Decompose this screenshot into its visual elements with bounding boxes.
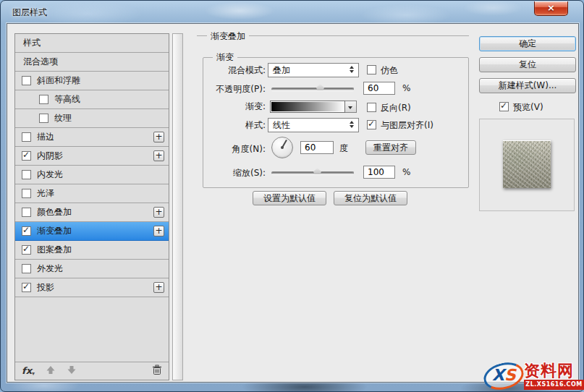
window-frame: 图层样式 × 样式混合选项斜面和浮雕等高线纹理描边+内阴影+内发光光泽颜色叠加+… — [0, 0, 584, 392]
add-effect-instance-button[interactable]: + — [153, 132, 164, 142]
add-effect-instance-button[interactable]: + — [153, 282, 164, 293]
sidebar-item-渐变叠加[interactable]: 渐变叠加+ — [15, 222, 169, 241]
watermark: XS 资料网 ZL.XS1616.COM — [483, 359, 584, 392]
reverse-checkbox[interactable] — [367, 103, 376, 112]
opacity-slider[interactable] — [271, 88, 354, 90]
effect-checkbox[interactable] — [39, 95, 48, 104]
dialog-content: 样式混合选项斜面和浮雕等高线纹理描边+内阴影+内发光光泽颜色叠加+渐变叠加+图案… — [7, 23, 579, 383]
sidebar-item-混合选项[interactable]: 混合选项 — [15, 53, 169, 72]
fx-menu-button[interactable]: fx▾ — [22, 365, 35, 377]
sidebar-item-描边[interactable]: 描边+ — [15, 128, 169, 147]
reset-button[interactable]: 复位 — [479, 57, 576, 72]
sidebar-item-label: 纹理 — [54, 112, 72, 124]
effect-checkbox[interactable] — [22, 170, 31, 179]
gradient-label: 渐变: — [197, 99, 266, 114]
chevron-down-icon: ▾ — [32, 370, 35, 377]
style-select[interactable]: 线性 — [268, 118, 359, 132]
effect-checkbox[interactable] — [22, 245, 31, 255]
preview-label: 预览(V) — [513, 100, 543, 114]
sidebar-item-label: 投影 — [37, 281, 54, 294]
sidebar-item-斜面和浮雕[interactable]: 斜面和浮雕 — [15, 72, 169, 90]
sidebar-item-label: 外发光 — [37, 263, 63, 275]
blend-mode-label: 混合模式: — [197, 63, 266, 77]
sidebar-item-label: 混合选项 — [23, 56, 58, 68]
scale-slider[interactable] — [271, 171, 354, 174]
sidebar-scrollbar[interactable] — [172, 33, 183, 380]
move-effect-down-button[interactable] — [67, 365, 77, 377]
angle-dial[interactable] — [271, 137, 293, 158]
gradient-swatch[interactable] — [270, 101, 345, 113]
sidebar-list: 样式混合选项斜面和浮雕等高线纹理描边+内阴影+内发光光泽颜色叠加+渐变叠加+图案… — [15, 34, 169, 297]
watermark-url: ZL.XS1616.COM — [524, 380, 584, 390]
sidebar-item-label: 内发光 — [37, 169, 63, 181]
style-value: 线性 — [273, 120, 290, 130]
sidebar-item-label: 光泽 — [37, 187, 54, 200]
effect-checkbox[interactable] — [22, 226, 31, 236]
sidebar-item-label: 内阴影 — [37, 150, 63, 162]
section-title: 渐变叠加 — [207, 31, 249, 41]
align-with-layer-checkbox[interactable] — [367, 120, 376, 129]
sidebar-item-label: 描边 — [37, 131, 54, 143]
sidebar-item-内发光[interactable]: 内发光 — [15, 166, 169, 184]
preview-checkbox[interactable] — [499, 102, 509, 111]
sidebar-item-等高线[interactable]: 等高线 — [15, 90, 169, 109]
effect-checkbox[interactable] — [22, 76, 31, 85]
blend-mode-select[interactable]: 叠加 — [268, 63, 359, 77]
close-button[interactable]: × — [534, 1, 568, 16]
add-effect-instance-button[interactable]: + — [153, 207, 164, 218]
reset-default-button[interactable]: 复位为默认值 — [334, 191, 407, 205]
sidebar-footer: fx▾ — [15, 362, 169, 380]
move-effect-up-button[interactable] — [46, 365, 56, 377]
effect-checkbox[interactable] — [22, 264, 31, 273]
spinner-icon — [350, 66, 355, 73]
sidebar-item-内阴影[interactable]: 内阴影+ — [15, 147, 169, 166]
sidebar-item-外发光[interactable]: 外发光 — [15, 260, 169, 278]
set-default-button[interactable]: 设置为默认值 — [253, 191, 326, 205]
watermark-site-name: 资料网 — [524, 360, 574, 382]
effect-checkbox[interactable] — [22, 283, 31, 292]
style-label: 样式: — [197, 118, 266, 132]
new-style-button[interactable]: 新建样式(W)... — [479, 78, 576, 93]
reverse-label: 反向(R) — [381, 101, 411, 115]
close-icon: × — [535, 1, 567, 14]
sidebar-item-图案叠加[interactable]: 图案叠加 — [15, 241, 169, 260]
screenshot-stage: 图层样式 × 样式混合选项斜面和浮雕等高线纹理描边+内阴影+内发光光泽颜色叠加+… — [0, 0, 584, 392]
add-effect-instance-button[interactable]: + — [153, 226, 164, 237]
dither-checkbox[interactable] — [367, 65, 376, 74]
opacity-label: 不透明度(P): — [197, 82, 266, 96]
scale-input[interactable] — [363, 166, 395, 179]
angle-needle — [282, 140, 287, 148]
window-title: 图层样式 — [12, 7, 47, 19]
effect-checkbox[interactable] — [22, 132, 31, 142]
sidebar-item-纹理[interactable]: 纹理 — [15, 109, 169, 128]
angle-input[interactable] — [300, 141, 334, 154]
group-title: 渐变 — [213, 51, 237, 64]
ok-button[interactable]: 确定 — [479, 36, 576, 51]
effect-checkbox[interactable] — [22, 189, 31, 198]
add-effect-instance-button[interactable]: + — [153, 150, 164, 161]
section-header: 渐变叠加 — [197, 30, 469, 41]
preview-panel — [479, 119, 575, 211]
sidebar-item-label: 渐变叠加 — [37, 225, 72, 237]
sidebar-item-光泽[interactable]: 光泽 — [15, 184, 169, 203]
dither-label: 仿色 — [381, 63, 398, 77]
opacity-unit: % — [402, 82, 410, 95]
sidebar-item-label: 等高线 — [54, 93, 80, 106]
sidebar-item-颜色叠加[interactable]: 颜色叠加+ — [15, 203, 169, 222]
effect-checkbox[interactable] — [22, 151, 31, 161]
align-with-layer-label: 与图层对齐(I) — [381, 118, 433, 132]
scale-unit: % — [402, 166, 410, 179]
effect-checkbox[interactable] — [22, 208, 31, 217]
delete-effect-button[interactable] — [152, 365, 162, 378]
style-preview-thumbnail — [503, 140, 551, 188]
sidebar-item-样式[interactable]: 样式 — [15, 34, 169, 53]
effect-checkbox[interactable] — [39, 114, 48, 123]
reset-alignment-button[interactable]: 重置对齐 — [365, 140, 416, 155]
sidebar-item-投影[interactable]: 投影+ — [15, 278, 169, 297]
titlebar[interactable]: 图层样式 × — [1, 1, 583, 22]
opacity-input[interactable] — [363, 82, 395, 95]
gradient-dropdown-button[interactable] — [345, 101, 357, 113]
styles-sidebar: 样式混合选项斜面和浮雕等高线纹理描边+内阴影+内发光光泽颜色叠加+渐变叠加+图案… — [14, 33, 169, 380]
scale-label: 缩放(S): — [197, 166, 266, 180]
sidebar-item-label: 颜色叠加 — [37, 206, 72, 218]
